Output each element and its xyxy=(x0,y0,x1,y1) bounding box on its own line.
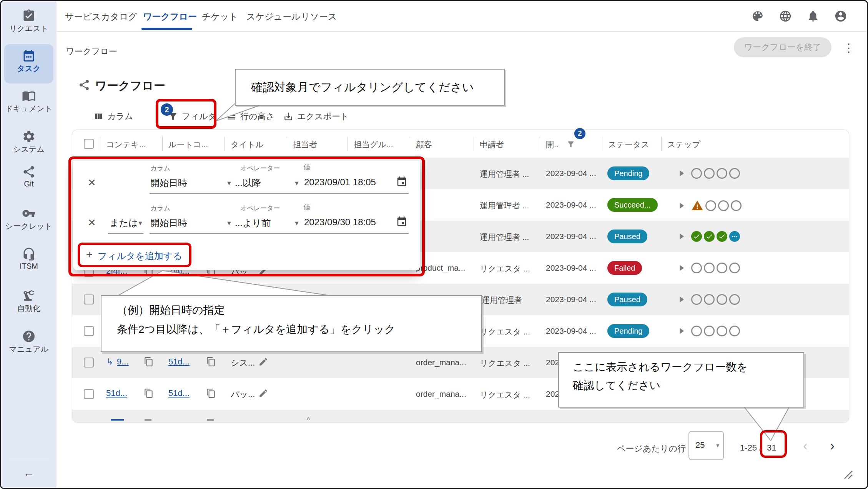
step-empty-icon xyxy=(704,263,715,273)
step-empty-icon xyxy=(705,200,716,211)
tab-service-catalog[interactable]: サービスカタログ xyxy=(65,11,137,23)
copy-icon[interactable] xyxy=(206,357,216,367)
cell-requester: リクエスタ ... xyxy=(480,326,530,337)
prev-page-button[interactable]: ‹ xyxy=(803,438,808,454)
sidebar-item-itsm[interactable]: ITSM xyxy=(4,245,53,273)
col-header-assignee[interactable]: 担当者 xyxy=(293,139,317,150)
copy-icon[interactable] xyxy=(144,357,154,367)
rows-per-page-select[interactable]: 25 ▾ xyxy=(688,431,724,460)
account-icon[interactable] xyxy=(834,10,847,23)
tab-tickets[interactable]: チケット xyxy=(202,11,238,23)
sidebar-item-tasks[interactable]: タスク xyxy=(4,44,53,83)
sidebar-item-documents[interactable]: ドキュメント xyxy=(4,86,53,116)
sidebar-item-requests[interactable]: リクエスト xyxy=(4,7,53,36)
col-header-root[interactable]: ルートコ... xyxy=(168,139,208,150)
step-indicator xyxy=(680,263,740,273)
cell-requester: リクエスタ ... xyxy=(480,263,530,274)
copy-icon[interactable] xyxy=(206,388,216,398)
column-select[interactable]: 開始日時 xyxy=(150,177,187,189)
context-link[interactable]: 51d... xyxy=(106,388,127,398)
step-indicator xyxy=(680,326,740,336)
sidebar-item-git[interactable]: Git xyxy=(4,163,53,191)
col-header-assignee-group[interactable]: 担当グル... xyxy=(354,139,393,150)
chevron-down-icon: ▼ xyxy=(294,220,300,227)
next-page-button[interactable]: › xyxy=(830,438,835,454)
tab-workflow[interactable]: ワークフロー xyxy=(143,11,197,23)
column-field-label: カラム xyxy=(150,164,170,173)
remove-filter-icon[interactable]: ✕ xyxy=(88,217,96,229)
end-workflow-button[interactable]: ワークフローを終了 xyxy=(734,37,831,57)
status-badge: Pending xyxy=(607,324,649,338)
operator-select[interactable]: ...以降 xyxy=(235,177,261,189)
step-empty-icon xyxy=(704,294,715,305)
rows-per-page-value: 25 xyxy=(695,440,705,450)
add-filter-link[interactable]: フィルタを追加する xyxy=(98,250,182,262)
filter-count-badge: 2 xyxy=(161,103,173,116)
export-button[interactable]: エクスポート xyxy=(283,111,349,122)
col-header-requester[interactable]: 申請者 xyxy=(480,139,504,150)
row-checkbox[interactable] xyxy=(84,326,94,336)
table-header-row: コンテキ... ルートコ... タイトル 担当者 担当グル... 顧客 申請者 … xyxy=(72,130,849,158)
context-link[interactable]: 9... xyxy=(117,357,129,367)
edit-pencil-icon[interactable] xyxy=(258,388,268,398)
logic-operator-select[interactable]: または xyxy=(110,217,138,229)
kebab-menu-icon[interactable]: ⋮ xyxy=(843,41,855,55)
root-link[interactable]: 51d... xyxy=(168,388,190,398)
sidebar-item-automation[interactable]: 自動化 xyxy=(4,286,53,316)
col-header-title[interactable]: タイトル xyxy=(231,139,264,150)
key-icon xyxy=(22,206,36,220)
value-field-label: 値 xyxy=(304,163,310,171)
column-filter-funnel-icon[interactable] xyxy=(567,140,575,148)
columns-button[interactable]: カラム xyxy=(93,111,133,122)
pagination-total: 31 xyxy=(767,443,776,453)
col-header-context[interactable]: コンテキ... xyxy=(106,139,146,150)
value-input[interactable]: 2023/09/30 18:05 xyxy=(304,217,376,228)
globe-icon[interactable] xyxy=(779,10,792,23)
page-title: ワークフロー xyxy=(95,78,165,94)
col-header-customer[interactable]: 顧客 xyxy=(416,139,432,150)
step-check-icon xyxy=(691,231,702,242)
status-badge: Pending xyxy=(607,166,649,180)
remove-filter-icon[interactable]: ✕ xyxy=(88,177,96,189)
callout-text: ここに表示されるワークフロー数を xyxy=(573,360,748,374)
row-checkbox[interactable] xyxy=(84,389,94,399)
cell-started: 2023-09-04 ... xyxy=(546,169,596,178)
sidebar-item-secrets[interactable]: シークレット xyxy=(4,204,53,234)
cell-requester: 運用管理者 ... xyxy=(480,169,529,180)
palette-icon[interactable] xyxy=(751,10,764,23)
row-checkbox[interactable] xyxy=(84,358,94,368)
chevron-down-icon: ▾ xyxy=(716,442,719,449)
calendar-picker-icon[interactable] xyxy=(396,216,407,228)
step-check-icon xyxy=(717,231,727,242)
operator-select[interactable]: ...より前 xyxy=(235,217,271,229)
filter-button-label: フィルタ xyxy=(182,111,216,122)
value-input[interactable]: 2023/09/01 18:05 xyxy=(304,177,376,188)
sidebar-item-system[interactable]: システム xyxy=(4,127,53,157)
copy-icon[interactable] xyxy=(144,388,154,398)
cell-requester: 運用管理者 ... xyxy=(480,200,529,211)
col-header-step[interactable]: ステップ xyxy=(667,139,700,150)
column-select[interactable]: 開始日時 xyxy=(150,217,187,229)
step-empty-icon xyxy=(718,200,729,211)
edit-pencil-icon[interactable] xyxy=(258,357,268,367)
active-tab-underline xyxy=(141,28,192,30)
select-all-checkbox[interactable] xyxy=(84,139,94,149)
sidebar-collapse-button[interactable]: ← xyxy=(1,466,57,479)
tab-schedule[interactable]: スケジュール xyxy=(246,11,301,23)
calendar-picker-icon[interactable] xyxy=(396,176,407,188)
root-link[interactable]: 51d... xyxy=(168,357,190,367)
col-header-status[interactable]: ステータス xyxy=(608,139,649,150)
sidebar: リクエスト タスク ドキュメント システム Git シークレット ITSM 自 xyxy=(1,1,57,488)
download-icon xyxy=(283,111,293,121)
sidebar-item-manual[interactable]: マニュアル xyxy=(4,327,53,357)
bell-icon[interactable] xyxy=(806,10,820,23)
chevron-right-icon xyxy=(680,265,684,271)
filter-panel: ✕ カラム 開始日時 ▼ オペレーター ...以降 ▼ 値 2023/09/01… xyxy=(73,161,420,270)
tab-resources[interactable]: リソース xyxy=(301,11,337,23)
col-header-started[interactable]: 開.. xyxy=(546,139,559,150)
chevron-right-icon xyxy=(680,296,684,303)
resize-handle[interactable] xyxy=(843,469,853,479)
filter-button[interactable]: フィルタ xyxy=(168,111,216,122)
row-checkbox[interactable] xyxy=(84,294,94,304)
gear-icon xyxy=(22,130,36,143)
